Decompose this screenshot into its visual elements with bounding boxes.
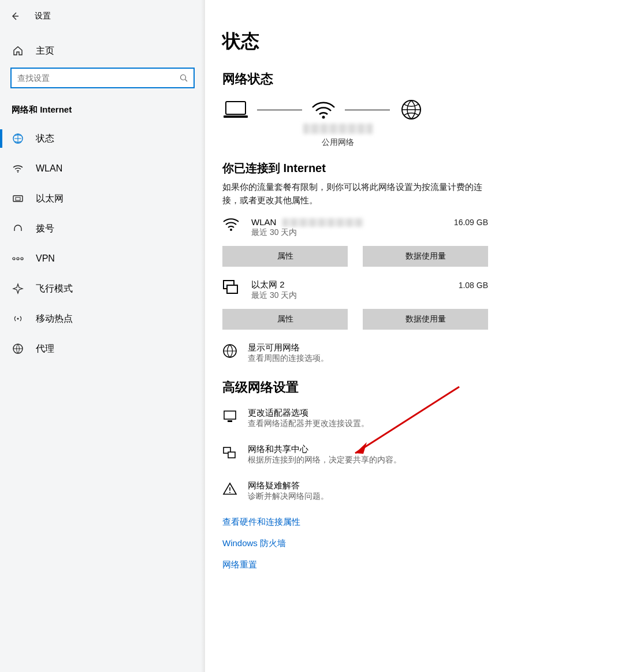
arrow-left-icon — [10, 12, 20, 21]
page-title: 状态 — [222, 29, 623, 54]
svg-point-8 — [13, 257, 15, 260]
sidebar-item-label: WLAN — [36, 163, 62, 174]
sidebar-item-status[interactable]: 状态 — [0, 124, 205, 154]
adv-item-title: 网络疑难解答 — [248, 480, 329, 491]
connection-period: 最近 30 天内 — [251, 290, 488, 301]
connection-wlan: WLAN 16.09 GB 最近 30 天内 — [222, 217, 488, 238]
svg-point-10 — [21, 257, 23, 260]
proxy-icon — [12, 342, 24, 355]
properties-button[interactable]: 属性 — [222, 309, 348, 330]
airplane-icon — [12, 282, 24, 295]
wifi-icon — [222, 217, 245, 232]
sidebar-item-wlan[interactable]: WLAN — [0, 154, 205, 184]
svg-line-1 — [185, 80, 188, 82]
connected-subhead: 你已连接到 Internet — [222, 160, 623, 176]
sidebar-home-label: 主页 — [36, 45, 54, 57]
network-diagram — [222, 99, 623, 120]
diagram-line — [345, 110, 390, 110]
sidebar-item-label: 状态 — [36, 133, 54, 145]
sharing-center-link[interactable]: 网络和共享中心 根据所连接到的网络，决定要共享的内容。 — [222, 444, 623, 465]
svg-point-26 — [229, 492, 230, 493]
sidebar: 设置 主页 网络和 Internet 状态 — [0, 0, 205, 672]
network-type-label: 公用网络 — [322, 137, 354, 148]
main-content: 状态 网络状态 公用网络 你已连接到 Internet 如果你的流量套餐有限制，… — [205, 0, 640, 672]
back-button[interactable] — [3, 8, 27, 25]
hardware-link[interactable]: 查看硬件和连接属性 — [222, 517, 623, 528]
ethernet-icon — [12, 192, 24, 205]
svg-point-15 — [322, 116, 325, 119]
sidebar-item-label: 拨号 — [36, 223, 54, 235]
sidebar-item-label: VPN — [36, 253, 55, 264]
adapter-options-link[interactable]: 更改适配器选项 查看网络适配器并更改连接设置。 — [222, 408, 623, 429]
sidebar-item-ethernet[interactable]: 以太网 — [0, 184, 205, 214]
home-icon — [12, 44, 24, 57]
adv-item-title: 网络和共享中心 — [248, 444, 401, 455]
sidebar-group-title: 网络和 Internet — [0, 88, 205, 124]
show-networks-link[interactable]: 显示可用网络 查看周围的连接选项。 — [222, 342, 623, 364]
globe-icon — [398, 99, 425, 120]
sidebar-item-dialup[interactable]: 拨号 — [0, 214, 205, 244]
sidebar-item-vpn[interactable]: VPN — [0, 244, 205, 274]
connection-name: WLAN — [251, 217, 276, 227]
laptop-icon — [222, 99, 249, 120]
blurred-ssid — [282, 218, 363, 227]
search-icon — [180, 74, 188, 82]
connection-period: 最近 30 天内 — [251, 227, 488, 238]
adv-item-desc: 根据所连接到的网络，决定要共享的内容。 — [248, 455, 401, 465]
sidebar-item-label: 移动热点 — [36, 313, 73, 325]
connected-desc: 如果你的流量套餐有限制，则你可以将此网络设置为按流量计费的连接，或者更改其他属性… — [222, 181, 488, 207]
status-icon — [12, 132, 24, 145]
adv-item-desc: 查看网络适配器并更改连接设置。 — [248, 419, 369, 429]
svg-rect-13 — [226, 102, 245, 114]
sidebar-home[interactable]: 主页 — [0, 36, 205, 65]
search-input-wrap — [10, 68, 195, 88]
svg-point-9 — [17, 257, 19, 260]
globe-icon — [222, 344, 239, 359]
troubleshoot-link[interactable]: 网络疑难解答 诊断并解决网络问题。 — [222, 480, 623, 502]
wifi-device-icon — [310, 99, 337, 120]
blurred-ssid — [303, 124, 373, 134]
sidebar-item-label: 以太网 — [36, 193, 64, 205]
connection-ethernet: 以太网 2 1.08 GB 最近 30 天内 — [222, 279, 488, 301]
sidebar-item-hotspot[interactable]: 移动热点 — [0, 304, 205, 334]
svg-rect-24 — [228, 452, 235, 458]
data-usage-button[interactable]: 数据使用量 — [363, 309, 488, 330]
sharing-icon — [222, 445, 239, 460]
svg-rect-19 — [227, 285, 237, 293]
sidebar-item-label: 飞行模式 — [36, 283, 73, 295]
wifi-icon — [12, 162, 24, 175]
search-input[interactable] — [16, 73, 174, 83]
section-network-status: 网络状态 — [222, 70, 623, 88]
vpn-icon — [12, 252, 24, 265]
firewall-link[interactable]: Windows 防火墙 — [222, 538, 623, 549]
svg-point-3 — [17, 171, 18, 173]
data-usage-button[interactable]: 数据使用量 — [363, 246, 488, 267]
adv-item-desc: 诊断并解决网络问题。 — [248, 491, 329, 502]
network-reset-link[interactable]: 网络重置 — [222, 559, 623, 570]
show-networks-desc: 查看周围的连接选项。 — [248, 353, 329, 364]
diagram-line — [257, 110, 302, 110]
properties-button[interactable]: 属性 — [222, 246, 348, 267]
show-networks-title: 显示可用网络 — [248, 342, 329, 353]
connection-usage: 1.08 GB — [459, 281, 488, 290]
section-advanced-settings: 高级网络设置 — [222, 379, 623, 396]
svg-rect-5 — [16, 197, 20, 200]
dialup-icon — [12, 222, 24, 235]
svg-rect-22 — [228, 420, 232, 422]
sidebar-item-proxy[interactable]: 代理 — [0, 334, 205, 364]
connection-name: 以太网 2 — [251, 279, 285, 290]
sidebar-item-label: 代理 — [36, 343, 54, 355]
window-title: 设置 — [35, 11, 51, 21]
svg-rect-14 — [224, 115, 248, 118]
ethernet-icon — [222, 279, 245, 294]
svg-point-17 — [230, 229, 232, 231]
connection-usage: 16.09 GB — [454, 218, 488, 227]
warning-icon — [222, 481, 239, 496]
svg-point-11 — [17, 318, 19, 320]
network-identity: 公用网络 — [297, 124, 378, 148]
adv-item-title: 更改适配器选项 — [248, 408, 369, 419]
sidebar-item-airplane[interactable]: 飞行模式 — [0, 274, 205, 304]
svg-point-0 — [181, 75, 186, 80]
svg-rect-21 — [224, 411, 236, 419]
titlebar: 设置 — [0, 6, 205, 26]
